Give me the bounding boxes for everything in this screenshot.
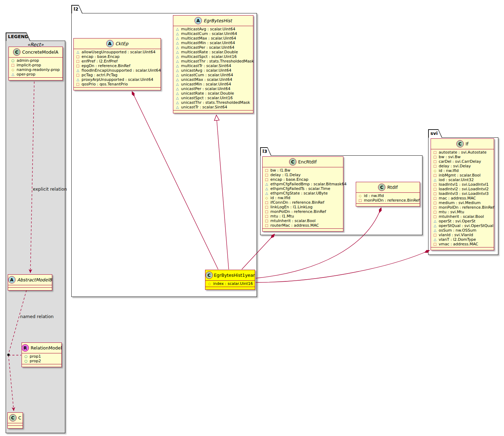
triangle-visibility-icon: △ [76, 68, 80, 73]
square-visibility-icon: □ [433, 187, 437, 191]
square-visibility-icon: □ [433, 159, 437, 164]
attribute-row: □bw : svi.Bw [433, 155, 492, 159]
square-visibility-icon: □ [76, 82, 80, 86]
class-egrbyteshist1year-highlighted: C EgrBytesHist1year ◇index : scalar.Uint… [205, 270, 255, 290]
attribute-row: △iod : scalar.Uint32 [433, 178, 492, 182]
attribute-row: △multicastMax : scalar.Uint64 [175, 36, 252, 41]
triangle-visibility-icon: △ [175, 86, 180, 91]
class-methods-empty [263, 229, 343, 231]
square-visibility-icon: □ [433, 182, 437, 187]
square-visibility-icon: □ [264, 205, 269, 209]
class-name: ConcreteModelA [22, 49, 58, 55]
square-visibility-icon: □ [264, 214, 269, 219]
class-header: C If [431, 139, 494, 149]
attribute-row: □epgDn : reference.BinRef [76, 64, 159, 68]
square-visibility-icon: □ [433, 210, 437, 214]
triangle-visibility-icon: △ [175, 105, 180, 109]
uml-class-diagram: { "colors": { "accent": "#A80036", "clas… [0, 0, 504, 436]
square-visibility-icon: □ [433, 164, 437, 168]
attribute-row: △unicastTr : scalar.Sint64 [175, 105, 252, 109]
class-spot-icon: C [13, 48, 20, 56]
package-l2-label: l2 [72, 6, 82, 13]
triangle-visibility-icon: △ [175, 82, 180, 86]
explicit-relation-label: explicit relation [33, 186, 67, 192]
square-visibility-icon: □ [11, 63, 15, 67]
attribute-row: □mtuInherit : scalar.Bool [264, 219, 342, 223]
class-name: CktEp [115, 41, 128, 46]
attribute-row: □monPolDn : reference.BinRef [264, 209, 342, 214]
attribute-row: ◇naming-readonly-prop [11, 67, 61, 72]
attribute-text: qosPrio : qos.TenantPrio [82, 82, 128, 86]
attribute-text: multicastAvg : scalar.Uint64 [181, 27, 235, 31]
attribute-text: unicastMax : scalar.Uint64 [181, 77, 232, 82]
attribute-row: □mac : address.MAC [433, 196, 492, 201]
triangle-visibility-icon: △ [76, 50, 80, 54]
square-visibility-icon: □ [264, 209, 269, 214]
attribute-row: ○admin-prop [11, 58, 61, 63]
attribute-text: unicastSpct : scalar.Uint16 [181, 96, 233, 100]
attribute-row: □monPolDn : reference.BinRef [433, 205, 492, 210]
attribute-row: △multicastCum : scalar.Uint64 [175, 31, 252, 36]
attribute-text: mac : address.MAC [439, 196, 476, 201]
class-methods-empty [431, 247, 494, 250]
attribute-text: operSt : svi.OperSt [439, 219, 475, 223]
attribute-row: □loadIntvl2 : svi.LoadIntvl2 [433, 187, 492, 191]
triangle-visibility-icon: △ [175, 31, 180, 36]
attribute-text: loadIntvl3 : svi.LoadIntvl3 [439, 191, 489, 196]
square-visibility-icon: □ [76, 59, 80, 64]
class-egrbyteshist: A EgrBytesHist △multicastAvg : scalar.Ui… [173, 15, 253, 113]
package-legend-label: LEGEND [6, 33, 30, 41]
attribute-row: □enfPref : l2.EnfPref [76, 59, 159, 64]
triangle-visibility-icon: △ [175, 27, 180, 31]
attribute-row: △allowUsegUnsupported : scalar.Uint64 [76, 50, 159, 54]
attribute-text: vmac : address.MAC [439, 242, 478, 246]
circle-visibility-icon: ○ [24, 354, 28, 359]
triangle-visibility-icon: △ [433, 178, 437, 182]
square-visibility-icon: □ [433, 150, 437, 155]
square-visibility-icon: □ [264, 173, 269, 177]
class-header: C EgrBytesHist1year [205, 270, 255, 281]
class-attributes-empty [8, 285, 52, 288]
attribute-row: △osSum : nw.OSSum [433, 228, 492, 233]
triangle-visibility-icon: △ [175, 91, 180, 96]
class-attributes-empty [8, 423, 23, 426]
attribute-row: △unicastPer : scalar.Uint64 [175, 86, 252, 91]
attribute-text: index : scalar.Uint16 [213, 281, 253, 286]
attribute-text: admin-prop [17, 58, 39, 63]
square-visibility-icon: □ [76, 73, 80, 77]
square-visibility-icon: □ [264, 177, 269, 182]
attribute-row: □encap : base.Encap [264, 177, 342, 182]
attribute-row: △multicastAvg : scalar.Uint64 [175, 27, 252, 31]
attribute-row: □loadIntvl1 : svi.LoadIntvl1 [433, 182, 492, 187]
attribute-text: prop1 [30, 354, 41, 359]
attribute-text: id : nw.IfId [439, 168, 459, 173]
class-methods-empty [205, 287, 255, 289]
attribute-text: pcTag : actrl.PcTag [82, 73, 118, 77]
class-methods-empty [74, 88, 161, 90]
attribute-row: ◇id : nw.IfId [264, 196, 342, 200]
named-relation-label: named relation [20, 314, 54, 319]
attribute-text: oper-prop [17, 72, 35, 77]
attribute-row: △multicastMin : scalar.Uint64 [175, 41, 252, 45]
attribute-row: △vlanT : l2.DomType [433, 237, 492, 242]
attribute-text: floodInEncapUnsupported : scalar.Uint64 [82, 68, 161, 73]
square-visibility-icon: □ [358, 198, 362, 203]
attribute-row: △unicastMin : scalar.Uint64 [175, 82, 252, 86]
attribute-row: ○prop2 [24, 359, 60, 363]
attribute-row: ◇id : nw.IfId [358, 193, 418, 198]
attribute-text: vlanT : l2.DomType [439, 237, 476, 242]
square-visibility-icon: □ [433, 233, 437, 237]
attribute-text: multicastThr : stats.ThresholdedMask [181, 59, 254, 64]
attribute-text: implicit-prop [17, 63, 41, 67]
attribute-text: multicastRate : scalar.Double [181, 50, 238, 54]
attribute-row: △multicastRate : scalar.Double [175, 50, 252, 54]
attribute-row: □delay : l1.Delay [264, 173, 342, 177]
square-visibility-icon: □ [264, 223, 269, 228]
attribute-row: □ifConnDn : reference.BinRef [264, 200, 342, 205]
class-methods-empty [8, 288, 52, 290]
attribute-text: multicastPer : scalar.Uint64 [181, 45, 234, 50]
attribute-text: ethpmCfgFailedTs : scalar.Time [270, 186, 330, 191]
class-name: RelationModel [31, 345, 62, 351]
attribute-text: proxyArpUnsupported : scalar.Uint64 [82, 77, 153, 82]
class-header: C RtdIf [356, 182, 420, 193]
